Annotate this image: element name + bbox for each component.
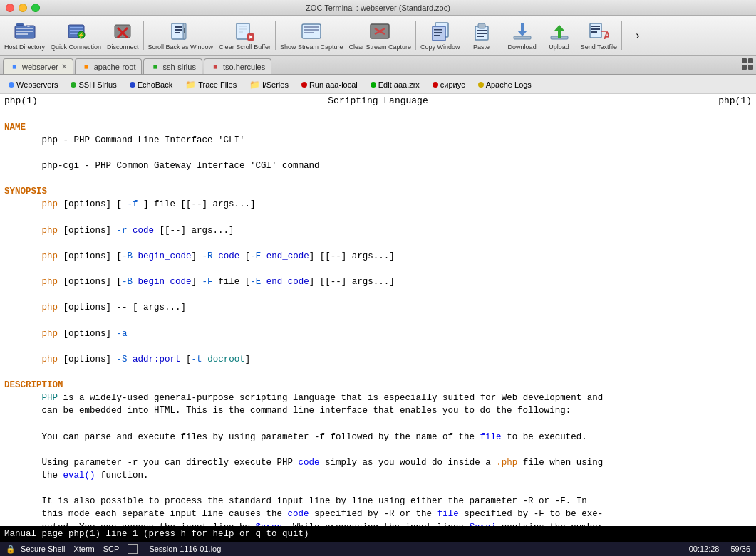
term-line-description: DESCRIPTION (4, 379, 752, 392)
bookmark-i-series-label: i/Series (262, 80, 289, 89)
term-line-syn7: php [options] -S addr:port [-t docroot] (4, 353, 752, 366)
statusbar-position: 59/36 (730, 545, 750, 553)
upload-button[interactable]: Upload (541, 19, 578, 53)
secure-shell-status: 🔒 Secure Shell (6, 545, 65, 554)
paste-button[interactable]: Paste (463, 19, 500, 53)
tab-ssh-sirius-label: ssh-sirius (162, 63, 195, 71)
bookmark-ssh-sirius[interactable]: SSH Sirius (66, 80, 120, 90)
tab-apache-root-label: apache-root (94, 63, 136, 71)
download-button[interactable]: Download (504, 19, 541, 53)
session-log-label: Session-1116-01.log (149, 545, 221, 553)
host-directory-icon: A Z (14, 20, 36, 43)
host-directory-button[interactable]: A Z Host Directory (1, 19, 48, 53)
tab-ssh-sirius[interactable]: ■ ssh-sirius (143, 58, 202, 74)
tab-apache-root[interactable]: ■ apache-root (75, 58, 143, 74)
tab-webserver[interactable]: ■ webserver ✕ (3, 58, 73, 74)
terminal-content[interactable]: NAME php - PHP Command Line Interface 'C… (0, 108, 756, 527)
quick-connection-button[interactable]: ⚡ Quick Connection (48, 19, 104, 53)
term-header-left: php(1) (4, 94, 38, 108)
disconnect-icon (111, 20, 134, 43)
show-stream-capture-button[interactable]: Show Stream Capture (277, 19, 346, 53)
terminal-header: php(1) Scripting Language php(1) (0, 94, 756, 108)
quick-connection-icon: ⚡ (65, 20, 88, 43)
bookmark-echoback[interactable]: EchoBack (125, 80, 177, 90)
clear-stream-capture-button[interactable]: Clear Stream Capture (346, 19, 415, 53)
bookmark-trace-files-icon: 📁 (185, 80, 196, 90)
svg-rect-38 (434, 29, 442, 31)
send-textfile-icon: A (587, 20, 610, 43)
term-line-blank11 (4, 418, 752, 431)
disconnect-button[interactable]: Disconnect (104, 19, 142, 53)
tab-tso-hercules-icon: ■ (210, 62, 220, 72)
toolbar-sep-5 (621, 21, 622, 50)
send-textfile-button[interactable]: A Send Textfile (578, 19, 620, 53)
zoom-button[interactable] (31, 4, 40, 12)
close-button[interactable] (6, 4, 14, 12)
minimize-button[interactable] (19, 4, 27, 12)
bookmark-run-aaa-local[interactable]: Run aaa-local (297, 80, 362, 90)
manual-bar: Manual page php(1) line 1 (press h for h… (0, 526, 756, 542)
terminal-area: php(1) Scripting Language php(1) NAME ph… (0, 94, 756, 542)
term-line-syn5: php [options] -- [ args...] (4, 301, 752, 314)
term-line-blank3 (4, 172, 752, 185)
copy-window-button[interactable]: Copy Window (418, 19, 463, 53)
term-header-right: php(1) (718, 94, 752, 108)
bookmark-sirius[interactable]: сириус (428, 80, 470, 90)
titlebar: ZOC Terminal : webserver (Standard.zoc) (0, 0, 756, 16)
download-label: Download (508, 43, 537, 51)
svg-marker-51 (554, 25, 564, 31)
svg-rect-2 (16, 28, 33, 29)
statusbar-left: 🔒 Secure Shell Xterm SCP Session-1116-01… (6, 544, 221, 554)
disconnect-label: Disconnect (107, 43, 139, 51)
paste-label: Paste (473, 43, 490, 51)
overflow-button[interactable]: › (623, 19, 652, 53)
bookmark-apache-logs[interactable]: Apache Logs (474, 80, 536, 90)
upload-icon (548, 20, 571, 43)
term-line-blank12 (4, 444, 752, 456)
svg-rect-32 (304, 32, 314, 33)
tab-ssh-sirius-icon: ■ (150, 62, 160, 72)
term-line-blank4 (4, 211, 752, 224)
svg-rect-4 (16, 33, 28, 35)
copy-window-label: Copy Window (420, 43, 460, 51)
svg-rect-17 (175, 26, 182, 28)
svg-rect-21 (184, 28, 185, 33)
upload-label: Upload (549, 43, 569, 51)
clear-stream-capture-label: Clear Stream Capture (349, 43, 412, 51)
bookmark-webservers[interactable]: Webservers (4, 80, 62, 90)
bookmark-edit-aaa-zrx[interactable]: Edit aaa.zrx (366, 80, 424, 90)
traffic-lights (6, 4, 40, 12)
bookmark-i-series-icon: 📁 (249, 80, 260, 90)
term-line-blank5 (4, 237, 752, 250)
tab-webserver-icon: ■ (9, 62, 19, 72)
bookmark-echoback-label: EchoBack (138, 80, 173, 89)
term-line-desc4: Using parameter -r you can directly exec… (4, 456, 752, 469)
bookmark-apache-logs-icon (478, 82, 484, 88)
overflow-icon: › (626, 24, 649, 47)
scroll-back-button[interactable]: Scroll Back as Window (145, 19, 217, 53)
term-line-syn1: php [options] [ -f ] file [[--] args...] (4, 198, 752, 211)
lock-icon: 🔒 (6, 545, 16, 553)
bookmark-i-series[interactable]: 📁 i/Series (245, 79, 293, 90)
term-line-blank9 (4, 340, 752, 353)
clear-scroll-buffer-button[interactable]: Clear Scroll Buffer (216, 19, 274, 53)
bookmark-apache-logs-label: Apache Logs (486, 80, 532, 89)
host-directory-label: Host Directory (4, 43, 45, 51)
term-line-blank2 (4, 147, 752, 159)
statusbar-time: 00:12:28 (689, 545, 720, 553)
show-stream-capture-icon (300, 20, 323, 43)
term-line-php-cgi: php-cgi - PHP Common Gateway Interface '… (4, 159, 752, 172)
bookmark-trace-files[interactable]: 📁 Trace Files (181, 79, 241, 90)
svg-marker-48 (517, 31, 527, 36)
tab-webserver-close[interactable]: ✕ (61, 63, 67, 70)
send-textfile-label: Send Textfile (581, 43, 617, 51)
tab-tso-hercules[interactable]: ■ tso.hercules (204, 58, 271, 74)
show-stream-capture-label: Show Stream Capture (280, 43, 343, 51)
tabbar-grid-button[interactable] (742, 58, 753, 70)
bookmark-edit-aaa-zrx-label: Edit aaa.zrx (378, 80, 420, 89)
xterm-status: Xterm (73, 545, 94, 553)
toolbar-sep-2 (275, 21, 276, 50)
term-line-desc5: the eval() function. (4, 469, 752, 482)
quick-connection-label: Quick Connection (51, 43, 101, 51)
bookmark-echoback-icon (130, 82, 135, 88)
